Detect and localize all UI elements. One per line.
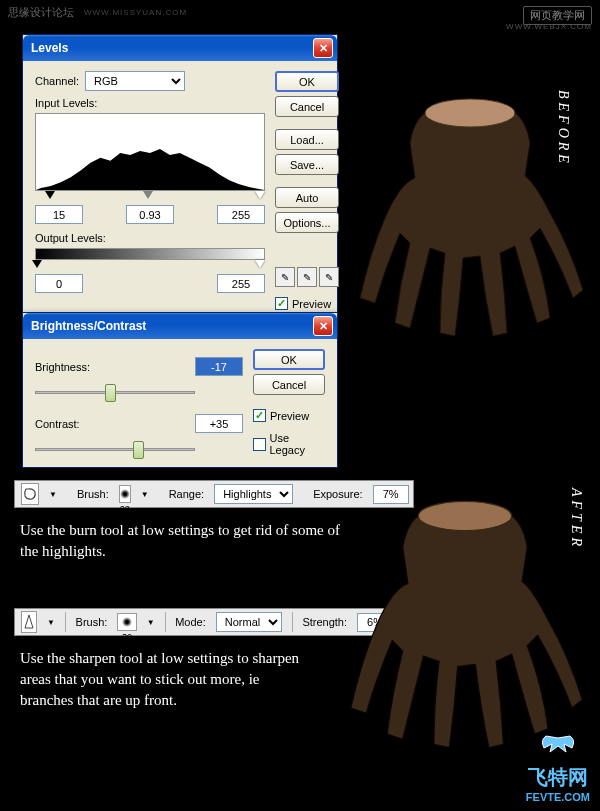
brightness-contrast-dialog: Brightness/Contrast ✕ Brightness: Contra… xyxy=(22,312,338,468)
save-button[interactable]: Save... xyxy=(275,154,339,175)
legacy-label: Use Legacy xyxy=(270,432,326,456)
output-shadow[interactable] xyxy=(35,274,83,293)
mode-select[interactable]: Normal xyxy=(216,612,282,632)
histogram xyxy=(35,113,265,191)
cancel-button[interactable]: Cancel xyxy=(275,96,339,117)
output-highlight[interactable] xyxy=(217,274,265,293)
chevron-down-icon[interactable]: ▼ xyxy=(141,490,149,499)
channel-label: Channel: xyxy=(35,75,79,87)
options-button[interactable]: Options... xyxy=(275,212,339,233)
contrast-label: Contrast: xyxy=(35,418,113,430)
brightness-slider[interactable] xyxy=(35,384,195,400)
eyedropper-black-icon[interactable]: ✎ xyxy=(275,267,295,287)
sharpen-tool-icon[interactable] xyxy=(21,611,37,633)
mode-label: Mode: xyxy=(175,616,206,628)
preview-label: Preview xyxy=(292,298,331,310)
wings-icon xyxy=(526,734,590,764)
svg-point-1 xyxy=(418,501,511,530)
brush-label: Brush: xyxy=(77,488,109,500)
eyedropper-gray-icon[interactable]: ✎ xyxy=(297,267,317,287)
watermark-site-cn: 思缘设计论坛 xyxy=(8,5,74,20)
after-label: AFTER xyxy=(568,488,584,550)
bc-titlebar[interactable]: Brightness/Contrast ✕ xyxy=(23,313,337,339)
range-select[interactable]: Highlights xyxy=(214,484,293,504)
load-button[interactable]: Load... xyxy=(275,129,339,150)
preview-checkbox[interactable]: ✓ xyxy=(253,409,266,422)
svg-point-0 xyxy=(425,99,515,127)
cancel-button[interactable]: Cancel xyxy=(253,374,325,395)
sharpen-instruction: Use the sharpen tool at low settings to … xyxy=(20,648,300,711)
before-label: BEFORE xyxy=(555,90,571,167)
input-midtone[interactable] xyxy=(126,205,174,224)
preview-checkbox[interactable]: ✓ xyxy=(275,297,288,310)
contrast-input[interactable] xyxy=(195,414,243,433)
input-highlight[interactable] xyxy=(217,205,265,224)
preview-label: Preview xyxy=(270,410,309,422)
brightness-input[interactable] xyxy=(195,357,243,376)
legacy-checkbox[interactable]: ✓ xyxy=(253,438,266,451)
burn-tool-icon[interactable] xyxy=(21,483,39,505)
input-levels-label: Input Levels: xyxy=(35,97,265,109)
auto-button[interactable]: Auto xyxy=(275,187,339,208)
brush-preview[interactable]: 30 xyxy=(117,613,136,631)
close-icon[interactable]: ✕ xyxy=(313,316,333,336)
brightness-label: Brightness: xyxy=(35,361,113,373)
chevron-down-icon[interactable]: ▼ xyxy=(47,618,55,627)
chevron-down-icon[interactable]: ▼ xyxy=(49,490,57,499)
after-image xyxy=(335,490,595,760)
output-gradient xyxy=(35,248,265,260)
output-levels-label: Output Levels: xyxy=(35,232,265,244)
levels-dialog: Levels ✕ Channel: RGB Input Levels: xyxy=(22,34,338,321)
burn-instruction: Use the burn tool at low settings to get… xyxy=(20,520,360,562)
brush-preview[interactable]: 22 xyxy=(119,485,131,503)
ok-button[interactable]: OK xyxy=(275,71,339,92)
site-logo: 飞特网 FEVTE.COM xyxy=(526,734,590,803)
output-slider[interactable] xyxy=(35,260,265,270)
watermark-site-url: WWW.MISSYUAN.COM xyxy=(84,8,187,17)
levels-titlebar[interactable]: Levels ✕ xyxy=(23,35,337,61)
chevron-down-icon[interactable]: ▼ xyxy=(147,618,155,627)
ok-button[interactable]: OK xyxy=(253,349,325,370)
input-shadow[interactable] xyxy=(35,205,83,224)
brush-label: Brush: xyxy=(76,616,108,628)
range-label: Range: xyxy=(169,488,204,500)
input-slider[interactable] xyxy=(35,191,265,201)
levels-title: Levels xyxy=(31,41,313,55)
close-icon[interactable]: ✕ xyxy=(313,38,333,58)
contrast-slider[interactable] xyxy=(35,441,195,457)
watermark-site2-url: WWW.WEBJX.COM xyxy=(506,22,592,31)
channel-select[interactable]: RGB xyxy=(85,71,185,91)
eyedropper-white-icon[interactable]: ✎ xyxy=(319,267,339,287)
bc-title: Brightness/Contrast xyxy=(31,319,313,333)
